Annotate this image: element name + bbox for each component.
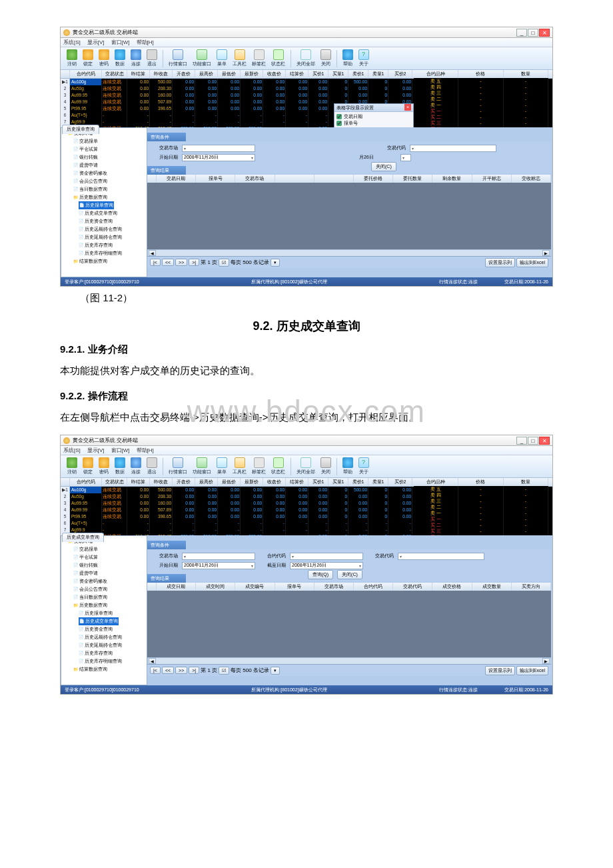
toolbar-关闭[interactable]: 关闭	[318, 457, 333, 476]
tree-item[interactable]: 历史成交单查询	[79, 209, 145, 217]
pager-btn[interactable]: >|	[189, 259, 199, 266]
toolbar-功能窗口[interactable]: 功能窗口	[191, 49, 213, 68]
toolbar-退出[interactable]: 退出	[145, 49, 159, 68]
tree-item[interactable]: 交易报单	[73, 545, 145, 553]
field-market[interactable]	[182, 145, 255, 152]
tree-item[interactable]: 历史资金查询	[79, 625, 145, 633]
toolbar-锁定[interactable]: 锁定	[81, 457, 95, 476]
tree-item[interactable]: 当日数据查询	[73, 593, 145, 601]
tree-settle[interactable]: 结算数据查询	[73, 665, 145, 673]
toolbar-关闭[interactable]: 关闭	[318, 49, 333, 68]
tree-item[interactable]: 历史报单查询	[79, 609, 145, 617]
tree-item[interactable]: 提货申请	[73, 161, 145, 169]
col-checkbox[interactable]	[336, 121, 342, 126]
toolbar-行情窗口[interactable]: 行情窗口	[167, 457, 189, 476]
tree-item[interactable]: 会员公告查询	[73, 177, 145, 185]
toolbar-工具栏[interactable]: 工具栏	[231, 457, 249, 476]
toolbar-注销[interactable]: 注销	[65, 457, 79, 476]
field-end-date[interactable]: 2008年11月26日	[290, 562, 363, 569]
toolbar-关闭全部[interactable]: 关闭全部	[295, 49, 317, 68]
window-minimize[interactable]: _	[516, 29, 527, 37]
menu-item[interactable]: 系统[S]	[63, 447, 81, 454]
lower-tab[interactable]: 历史报单查询	[62, 125, 99, 134]
menu-item[interactable]: 系统[S]	[63, 39, 81, 46]
toolbar-菜单[interactable]: 菜单	[215, 49, 229, 68]
btn-export-excel[interactable]: 输出到Excel	[516, 666, 548, 675]
pager-btn[interactable]: |<	[150, 667, 161, 674]
pager-btn[interactable]: <<	[162, 667, 174, 674]
tree-item[interactable]: 历史延期持仓查询	[79, 233, 145, 241]
window-minimize[interactable]: _	[516, 437, 527, 445]
tree-item[interactable]: 会员公告查询	[73, 585, 145, 593]
btn-set-columns[interactable]: 设置显示列	[485, 258, 515, 267]
pager-btn[interactable]: |<	[150, 259, 161, 266]
toolbar-退出[interactable]: 退出	[145, 457, 159, 476]
tree-settle[interactable]: 结算数据查询	[73, 257, 145, 265]
pager-btn[interactable]: <<	[162, 259, 174, 266]
btn-query[interactable]: 查询(Q)	[308, 570, 333, 579]
toolbar-行情窗口[interactable]: 行情窗口	[167, 49, 189, 68]
tree-item[interactable]: 交易报单	[73, 137, 145, 145]
tree-root[interactable]: 交易终端交易报单平仓试算银行转账提货申请资金密码修改会员公告查询当日数据查询历史…	[68, 537, 145, 673]
tree-item[interactable]: 资金密码修改	[73, 577, 145, 585]
btn-close[interactable]: 关闭(C)	[337, 570, 362, 579]
btn-set-columns[interactable]: 设置显示列	[485, 666, 515, 675]
toolbar-关于[interactable]: 关于	[356, 49, 371, 68]
tree-item[interactable]: 历史库存查询	[79, 241, 145, 249]
popup-close[interactable]: ×	[404, 104, 411, 111]
toolbar-连接[interactable]: 连接	[129, 457, 143, 476]
toolbar-锁定[interactable]: 锁定	[81, 49, 95, 68]
toolbar-状态栏[interactable]: 状态栏	[269, 49, 287, 68]
tree-history[interactable]: 历史数据查询历史报单查询历史成交单查询历史资金查询历史远期持仓查询历史延期持仓查…	[73, 601, 145, 665]
tree-item[interactable]: 当日数据查询	[73, 185, 145, 193]
tree-item[interactable]: 历史远期持仓查询	[79, 633, 145, 641]
pager-btn[interactable]: >>	[175, 259, 187, 266]
lower-tab[interactable]: 历史成交单查询	[62, 533, 104, 542]
field-market[interactable]	[182, 553, 255, 560]
tree-item[interactable]: 银行转账	[73, 561, 145, 569]
toolbar-标签栏[interactable]: 标签栏	[250, 49, 268, 68]
btn-export-excel[interactable]: 输出到Excel	[516, 258, 548, 267]
toolbar-数据[interactable]: 数据	[113, 457, 127, 476]
toolbar-帮助[interactable]: 帮助	[340, 49, 355, 68]
btn-close[interactable]: 关闭(C)	[371, 162, 396, 171]
window-maximize[interactable]: □	[528, 437, 538, 445]
toolbar-数据[interactable]: 数据	[113, 49, 127, 68]
toolbar-密码[interactable]: 密码	[97, 457, 111, 476]
window-close[interactable]: ✕	[539, 437, 550, 445]
pager-btn[interactable]: >>	[175, 667, 187, 674]
tree-history[interactable]: 历史数据查询历史报单查询历史成交单查询历史资金查询历史远期持仓查询历史延期持仓查…	[73, 193, 145, 257]
window-close[interactable]: ✕	[539, 29, 550, 37]
field-end-date[interactable]	[400, 154, 411, 161]
pager-btn[interactable]: >|	[189, 667, 199, 674]
toolbar-标签栏[interactable]: 标签栏	[250, 457, 268, 476]
menu-item[interactable]: 帮助[H]	[137, 39, 154, 46]
tree-item[interactable]: 历史库存查询	[79, 649, 145, 657]
field-code[interactable]	[410, 145, 496, 152]
menu-item[interactable]: 显示[V]	[87, 447, 105, 454]
toolbar-功能窗口[interactable]: 功能窗口	[191, 457, 213, 476]
tree-item[interactable]: 平仓试算	[73, 553, 145, 561]
menu-item[interactable]: 显示[V]	[87, 39, 105, 46]
menu-item[interactable]: 帮助[H]	[137, 447, 154, 454]
toolbar-连接[interactable]: 连接	[129, 49, 143, 68]
toolbar-关于[interactable]: 关于	[356, 457, 371, 476]
tree-item[interactable]: 历史库存明细查询	[79, 657, 145, 665]
menu-item[interactable]: 窗口[W]	[111, 447, 130, 454]
tree-item[interactable]: 历史成交单查询	[79, 617, 119, 625]
toolbar-注销[interactable]: 注销	[65, 49, 79, 68]
toolbar-状态栏[interactable]: 状态栏	[269, 457, 287, 476]
tree-item[interactable]: 历史延期持仓查询	[79, 641, 145, 649]
tree-item[interactable]: 历史报单查询	[79, 201, 114, 209]
toolbar-工具栏[interactable]: 工具栏	[231, 49, 249, 68]
window-maximize[interactable]: □	[528, 29, 538, 37]
toolbar-关闭全部[interactable]: 关闭全部	[295, 457, 317, 476]
toolbar-菜单[interactable]: 菜单	[215, 457, 229, 476]
tree-item[interactable]: 提货申请	[73, 569, 145, 577]
tree-item[interactable]: 银行转账	[73, 153, 145, 161]
tree-item[interactable]: 历史资金查询	[79, 217, 145, 225]
tree-item[interactable]: 历史远期持仓查询	[79, 225, 145, 233]
field-start-date[interactable]: 2008年11月26日	[182, 154, 255, 161]
field-contract[interactable]	[290, 553, 363, 560]
tree-item[interactable]: 平仓试算	[73, 145, 145, 153]
